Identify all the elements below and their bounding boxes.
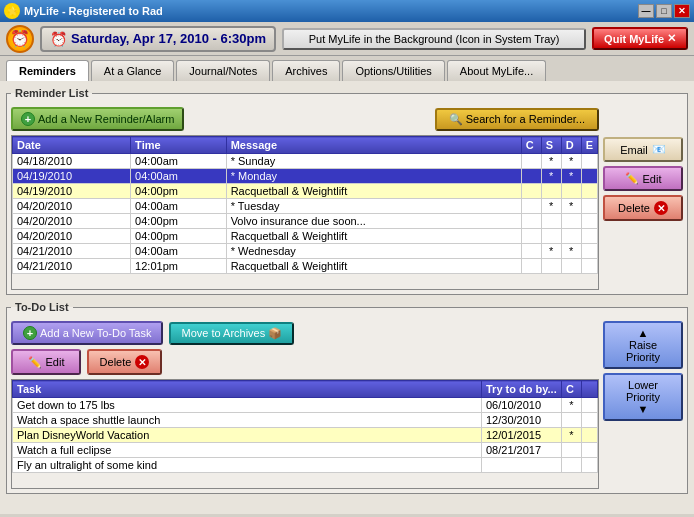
todo-col-c: C xyxy=(562,381,582,398)
cell-s xyxy=(541,229,561,244)
quit-label: Quit MyLife xyxy=(604,33,664,45)
todo-edit-delete-row: ✏️ Edit Delete ✕ xyxy=(11,349,599,375)
raise-priority-button[interactable]: ▲ Raise Priority xyxy=(603,321,683,369)
col-s: S xyxy=(541,137,561,154)
table-row[interactable]: Watch a space shuttle launch 12/30/2010 xyxy=(13,413,598,428)
table-row[interactable]: 04/21/2010 04:00am * Wednesday * * xyxy=(13,244,598,259)
raise-priority-label: Raise Priority xyxy=(613,339,673,363)
reminder-left: + Add a New Reminder/Alarm 🔍 Search for … xyxy=(11,107,599,290)
cell-c xyxy=(521,259,541,274)
window-title: MyLife - Registered to Rad xyxy=(24,5,163,17)
todo-col-task: Task xyxy=(13,381,482,398)
cell-date: 04/20/2010 xyxy=(13,199,131,214)
delete-reminder-button[interactable]: Delete ✕ xyxy=(603,195,683,221)
plus-icon-todo: + xyxy=(23,326,37,340)
tab-options-utilities[interactable]: Options/Utilities xyxy=(342,60,444,81)
cell-message: Volvo insurance due soon... xyxy=(226,214,521,229)
cell-message: * Sunday xyxy=(226,154,521,169)
todo-table-wrap[interactable]: Task Try to do by... C Get down to 175 l… xyxy=(11,379,599,489)
table-row[interactable]: 04/20/2010 04:00pm Volvo insurance due s… xyxy=(13,214,598,229)
email-button[interactable]: Email 📧 xyxy=(603,137,683,162)
delete-todo-button[interactable]: Delete ✕ xyxy=(87,349,162,375)
reminder-table: Date Time Message C S D E 04/18/2010 04:… xyxy=(12,136,598,274)
cell-trydate: 12/30/2010 xyxy=(482,413,562,428)
table-row[interactable]: Get down to 175 lbs 06/10/2010 * xyxy=(13,398,598,413)
table-row[interactable]: Watch a full eclipse 08/21/2017 xyxy=(13,443,598,458)
background-button[interactable]: Put MyLife in the Background (Icon in Sy… xyxy=(282,28,586,50)
cell-c xyxy=(521,169,541,184)
tab-reminders[interactable]: Reminders xyxy=(6,60,89,81)
add-todo-button[interactable]: + Add a New To-Do Task xyxy=(11,321,163,345)
cell-trydate xyxy=(482,458,562,473)
tab-bar: Reminders At a Glance Journal/Notes Arch… xyxy=(0,56,694,81)
cell-c xyxy=(521,199,541,214)
clock-display: ⏰ Saturday, Apr 17, 2010 - 6:30pm xyxy=(40,26,276,52)
add-reminder-label: Add a New Reminder/Alarm xyxy=(38,113,174,125)
close-button[interactable]: ✕ xyxy=(674,4,690,18)
edit-reminder-button[interactable]: ✏️ Edit xyxy=(603,166,683,191)
cell-date: 04/21/2010 xyxy=(13,259,131,274)
cell-s xyxy=(541,259,561,274)
todo-col-scroll xyxy=(582,381,598,398)
minimize-button[interactable]: — xyxy=(638,4,654,18)
cell-c xyxy=(521,229,541,244)
tab-at-a-glance[interactable]: At a Glance xyxy=(91,60,174,81)
col-c: C xyxy=(521,137,541,154)
table-row[interactable]: 04/20/2010 04:00am * Tuesday * * xyxy=(13,199,598,214)
cell-scroll xyxy=(582,413,598,428)
table-row[interactable]: 04/19/2010 04:00am * Monday * * xyxy=(13,169,598,184)
search-reminder-label: Search for a Reminder... xyxy=(466,113,585,125)
cell-task: Watch a space shuttle launch xyxy=(13,413,482,428)
maximize-button[interactable]: □ xyxy=(656,4,672,18)
quit-button[interactable]: Quit MyLife ✕ xyxy=(592,27,688,50)
cell-message: Racquetball & Weightlift xyxy=(226,229,521,244)
lower-priority-button[interactable]: Lower Priority ▼ xyxy=(603,373,683,421)
archives-label: Move to Archives xyxy=(181,327,265,339)
reminder-layout: + Add a New Reminder/Alarm 🔍 Search for … xyxy=(11,107,683,290)
archives-button[interactable]: Move to Archives 📦 xyxy=(169,322,294,345)
cell-e xyxy=(581,154,597,169)
cell-time: 04:00am xyxy=(131,169,227,184)
cell-c xyxy=(562,443,582,458)
todo-table: Task Try to do by... C Get down to 175 l… xyxy=(12,380,598,473)
tab-journal-notes[interactable]: Journal/Notes xyxy=(176,60,270,81)
cell-date: 04/19/2010 xyxy=(13,169,131,184)
cell-message: * Monday xyxy=(226,169,521,184)
table-row[interactable]: 04/18/2010 04:00am * Sunday * * xyxy=(13,154,598,169)
table-row[interactable]: 04/19/2010 04:00pm Racquetball & Weightl… xyxy=(13,184,598,199)
cell-c xyxy=(521,244,541,259)
search-reminder-button[interactable]: 🔍 Search for a Reminder... xyxy=(435,108,599,131)
cell-time: 12:01pm xyxy=(131,259,227,274)
table-row[interactable]: 04/21/2010 12:01pm Racquetball & Weightl… xyxy=(13,259,598,274)
cell-e xyxy=(581,229,597,244)
add-todo-label: Add a New To-Do Task xyxy=(40,327,151,339)
tab-about[interactable]: About MyLife... xyxy=(447,60,546,81)
delete-reminder-label: Delete xyxy=(618,202,650,214)
cell-e xyxy=(581,214,597,229)
cell-d xyxy=(561,229,581,244)
table-row[interactable]: 04/20/2010 04:00pm Racquetball & Weightl… xyxy=(13,229,598,244)
col-time: Time xyxy=(131,137,227,154)
cell-s: * xyxy=(541,169,561,184)
cell-d xyxy=(561,184,581,199)
col-d: D xyxy=(561,137,581,154)
quit-icon: ✕ xyxy=(667,32,676,45)
cell-d xyxy=(561,259,581,274)
table-row[interactable]: Fly an ultralight of some kind xyxy=(13,458,598,473)
cell-d: * xyxy=(561,199,581,214)
cell-trydate: 12/01/2015 xyxy=(482,428,562,443)
edit-todo-button[interactable]: ✏️ Edit xyxy=(11,349,81,375)
delete-todo-label: Delete xyxy=(100,356,132,368)
tab-archives[interactable]: Archives xyxy=(272,60,340,81)
cell-d xyxy=(561,214,581,229)
todo-right: ▲ Raise Priority Lower Priority ▼ xyxy=(603,321,683,489)
cell-d: * xyxy=(561,244,581,259)
lower-priority-label: Lower Priority xyxy=(613,379,673,403)
reminder-table-wrap[interactable]: Date Time Message C S D E 04/18/2010 04:… xyxy=(11,135,599,290)
add-reminder-button[interactable]: + Add a New Reminder/Alarm xyxy=(11,107,184,131)
cell-s xyxy=(541,214,561,229)
table-row[interactable]: Plan DisneyWorld Vacation 12/01/2015 * xyxy=(13,428,598,443)
todo-section: To-Do List + Add a New To-Do Task Move t… xyxy=(6,301,688,494)
cell-trydate: 08/21/2017 xyxy=(482,443,562,458)
delete-todo-icon: ✕ xyxy=(135,355,149,369)
